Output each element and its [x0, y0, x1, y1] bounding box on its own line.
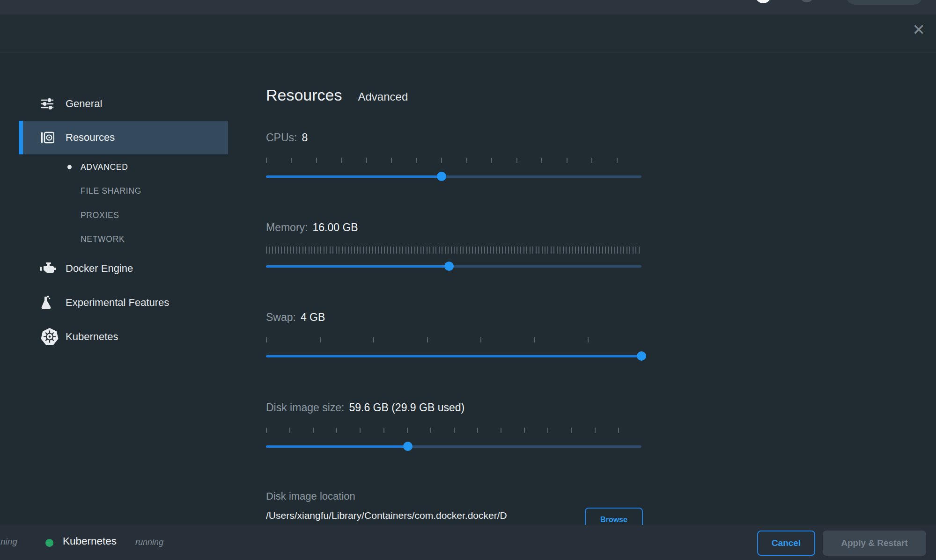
- kubernetes-status-state: running: [135, 538, 163, 547]
- sidebar-subitem-label: ADVANCED: [81, 162, 128, 172]
- docker-settings-window: ✕ General Reso: [0, 0, 936, 560]
- memory-slider-ticks: [266, 247, 641, 254]
- disk-image-location-label: Disk image location: [266, 490, 355, 502]
- cpu-value: 8: [302, 131, 308, 144]
- page-subtitle: Advanced: [358, 90, 408, 103]
- sidebar-item-label: Experimental Features: [66, 297, 169, 309]
- sidebar-item-label: Resources: [66, 131, 115, 144]
- settings-dialog-header: [0, 15, 936, 52]
- sidebar-item-label: Kubernetes: [66, 331, 118, 343]
- memory-value: 16.00 GB: [312, 221, 358, 234]
- sidebar-subitem-network[interactable]: NETWORK: [19, 230, 228, 248]
- flask-icon: [40, 295, 59, 310]
- disk-size-label: Disk image size:: [266, 401, 344, 414]
- active-dot: [67, 165, 72, 169]
- cpu-slider-knob[interactable]: [437, 172, 446, 181]
- clipped-toolbar-circle-icon[interactable]: [800, 0, 814, 2]
- sidebar-subitem-advanced[interactable]: ADVANCED: [19, 158, 228, 176]
- disk-size-value: 59.6 GB (29.9 GB used): [349, 401, 464, 414]
- disk-size-slider-ticks: [266, 428, 641, 433]
- sidebar-item-experimental-features[interactable]: Experimental Features: [19, 290, 228, 316]
- sidebar-item-label: Docker Engine: [66, 262, 133, 275]
- clipped-toolbar-circle-icon[interactable]: [755, 0, 771, 3]
- swap-slider-group: Swap: 4 GB: [266, 311, 641, 360]
- memory-slider-group: Memory: 16.00 GB: [266, 221, 641, 270]
- resources-icon: [40, 131, 59, 145]
- sidebar-subitem-label: NETWORK: [81, 234, 125, 244]
- sliders-icon: [40, 98, 59, 110]
- page-title: Resources: [266, 86, 342, 104]
- apply-restart-button[interactable]: Apply & Restart: [823, 531, 926, 556]
- swap-slider-knob[interactable]: [637, 351, 646, 361]
- sidebar-subitem-file-sharing[interactable]: FILE SHARING: [19, 182, 228, 200]
- sidebar-item-resources[interactable]: Resources: [19, 121, 228, 154]
- memory-slider-knob[interactable]: [444, 262, 454, 271]
- sidebar-subitem-label: FILE SHARING: [81, 186, 141, 196]
- footer-bar: ning Kubernetes running Cancel Apply & R…: [0, 525, 936, 560]
- sidebar-item-label: General: [66, 98, 102, 110]
- clipped-toolbar-pill-button[interactable]: [846, 0, 922, 5]
- disk-size-slider-fill: [266, 445, 408, 448]
- clipped-status-text: ning: [0, 537, 17, 547]
- close-icon[interactable]: ✕: [909, 21, 928, 39]
- memory-slider-track[interactable]: [266, 265, 641, 268]
- cpu-slider-fill: [266, 175, 442, 178]
- swap-label: Swap:: [266, 311, 296, 324]
- disk-size-slider-track[interactable]: [266, 445, 641, 448]
- sidebar-item-general[interactable]: General: [19, 91, 228, 117]
- cpu-slider-group: CPUs: 8: [266, 131, 641, 180]
- status-green-dot: [45, 539, 53, 547]
- swap-slider-fill: [266, 355, 641, 357]
- disk-size-slider-knob[interactable]: [403, 442, 413, 451]
- swap-slider-track[interactable]: [266, 355, 641, 357]
- cancel-button[interactable]: Cancel: [757, 531, 815, 556]
- memory-slider-fill: [266, 265, 449, 268]
- memory-label: Memory:: [266, 221, 308, 234]
- swap-slider-ticks: [266, 337, 641, 342]
- cpu-slider-track[interactable]: [266, 175, 641, 178]
- disk-image-location-path: /Users/xiangfu/Library/Containers/com.do…: [266, 510, 507, 521]
- swap-value: 4 GB: [301, 311, 325, 324]
- disk-size-slider-group: Disk image size: 59.6 GB (29.9 GB used): [266, 401, 641, 450]
- cpu-slider-ticks: [266, 158, 641, 163]
- engine-icon: [40, 262, 59, 275]
- kubernetes-icon: [40, 327, 59, 346]
- page-header: Resources Advanced: [266, 86, 408, 104]
- sidebar-subitem-proxies[interactable]: PROXIES: [19, 206, 228, 225]
- cpu-label: CPUs:: [266, 131, 297, 144]
- sidebar-subitem-label: PROXIES: [81, 211, 119, 220]
- app-toolbar: [0, 0, 936, 15]
- sidebar-item-docker-engine[interactable]: Docker Engine: [19, 255, 228, 282]
- kubernetes-status-name: Kubernetes: [63, 535, 117, 547]
- sidebar-item-kubernetes[interactable]: Kubernetes: [19, 324, 228, 350]
